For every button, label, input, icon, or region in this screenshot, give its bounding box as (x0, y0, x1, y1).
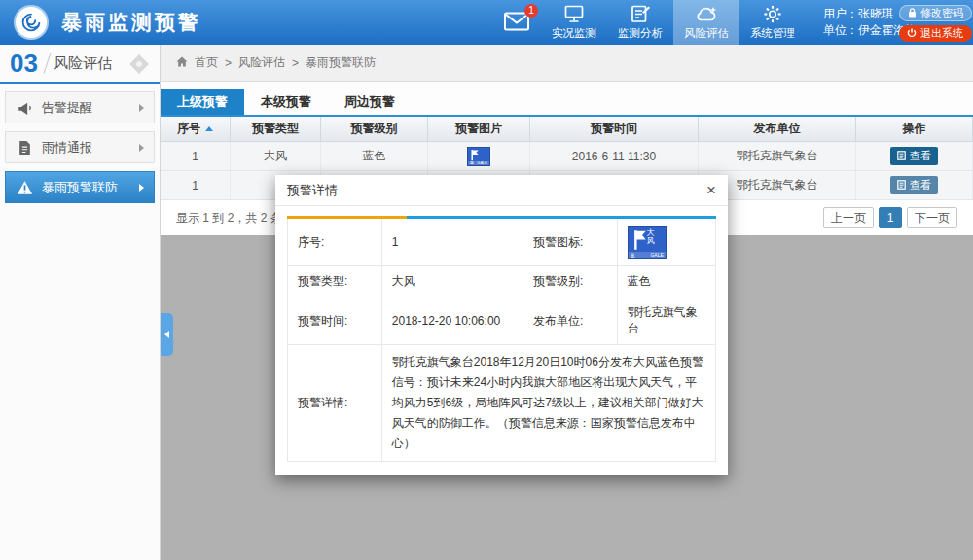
cell-action: 查看 (856, 171, 973, 199)
close-icon[interactable]: × (706, 182, 716, 198)
column-header-action[interactable]: 操作 (856, 117, 973, 141)
page-title: 暴雨监测预警 (61, 9, 201, 36)
sort-asc-icon (205, 126, 213, 131)
module-title: 风险评估 (54, 54, 112, 73)
power-icon (907, 28, 917, 40)
column-header-seq[interactable]: 序号 (161, 117, 231, 141)
field-label-type: 预警类型: (288, 266, 382, 298)
column-header-time[interactable]: 预警时间 (530, 117, 699, 141)
weather-bureau-logo-icon (14, 5, 49, 40)
column-header-unit[interactable]: 发布单位 (699, 117, 856, 141)
column-header-type[interactable]: 预警类型 (231, 117, 321, 141)
warning-triangle-icon (16, 179, 33, 196)
tab-surrounding-warning[interactable]: 周边预警 (328, 89, 412, 115)
sidebar-item-alert-reminder[interactable]: 告警提醒 (5, 91, 155, 123)
sidebar-item-rainstorm-warning-defense[interactable]: 暴雨预警联防 (5, 171, 155, 203)
mail-badge: 1 (524, 4, 538, 18)
sidebar-item-label: 暴雨预警联防 (42, 179, 118, 196)
nav-label: 风险评估 (684, 26, 729, 41)
nav-label: 系统管理 (750, 26, 795, 41)
field-value-type: 大风 (381, 266, 523, 298)
breadcrumb-separator: > (225, 56, 232, 70)
warning-detail-table: 序号: 1 预警图标: 大风 蓝GALE (287, 219, 716, 462)
tab-local-warning[interactable]: 本级预警 (244, 89, 328, 115)
field-label-detail: 预警详情: (288, 345, 382, 462)
cell-level: 蓝色 (321, 142, 428, 170)
breadcrumb: 首页 > 风险评估 > 暴雨预警联防 (161, 45, 973, 82)
column-header-level[interactable]: 预警级别 (321, 117, 428, 141)
nav-item-monitoring-analysis[interactable]: 监测分析 (607, 0, 673, 45)
field-label-unit: 发布单位: (523, 298, 617, 345)
warning-detail-modal: 预警详情 × 序号: 1 预警图标: 大 (275, 175, 728, 475)
field-value-level: 蓝色 (617, 266, 715, 298)
tab-superior-warning[interactable]: 上级预警 (161, 89, 244, 115)
home-icon (176, 56, 188, 70)
field-label-level: 预警级别: (523, 266, 617, 298)
cell-seq: 1 (161, 142, 231, 170)
view-button[interactable]: 查看 (890, 176, 938, 194)
monitor-icon (563, 4, 585, 24)
logout-button[interactable]: 退出系统 (899, 25, 972, 42)
megaphone-icon (16, 99, 33, 117)
field-value-unit: 鄂托克旗气象台 (617, 298, 715, 345)
breadcrumb-risk-assessment[interactable]: 风险评估 (238, 54, 285, 71)
sidebar-item-label: 告警提醒 (42, 99, 92, 117)
lock-icon (908, 8, 917, 19)
nav-item-risk-assessment[interactable]: 风险评估 (673, 0, 739, 45)
document-icon (16, 139, 33, 157)
table-header-row: 序号 预警类型 预警级别 预警图片 预警时间 发布单位 操作 (161, 117, 973, 142)
decorative-diamond-icon (129, 54, 149, 74)
header-buttons: 修改密码 退出系统 (899, 5, 972, 42)
field-value-seq: 1 (381, 219, 523, 266)
gale-blue-warning-icon: 大风 蓝GALE (628, 226, 667, 259)
chevron-right-icon (139, 184, 144, 192)
chevron-right-icon (139, 144, 144, 152)
cloud-icon (695, 4, 718, 24)
breadcrumb-separator: > (292, 56, 299, 70)
field-value-icon: 大风 蓝GALE (617, 219, 715, 266)
gale-blue-warning-icon: 蓝GALE (467, 147, 490, 166)
accent-bar (287, 216, 716, 219)
field-value-detail: 鄂托克旗气象台2018年12月20日10时06分发布大风蓝色预警信号：预计未来2… (381, 345, 715, 462)
field-value-time: 2018-12-20 10:06:00 (381, 298, 523, 345)
mail-button[interactable]: 1 (504, 12, 531, 33)
sidebar-item-label: 雨情通报 (42, 139, 92, 157)
field-label-time: 预警时间: (288, 298, 382, 345)
cell-action: 查看 (856, 142, 973, 170)
sidebar: 03 风险评估 告警提醒 雨情通报 (0, 45, 161, 560)
nav-item-system-management[interactable]: 系统管理 (739, 0, 806, 45)
cell-seq: 1 (161, 171, 231, 199)
chevron-left-icon (164, 331, 169, 338)
app-header: 暴雨监测预警 1 实况监测 (0, 0, 973, 45)
prev-page-button[interactable]: 上一页 (823, 207, 874, 228)
cell-image: 蓝GALE (428, 142, 530, 170)
nav-item-realtime-monitoring[interactable]: 实况监测 (541, 0, 607, 45)
modal-header: 预警详情 × (275, 175, 728, 206)
gear-icon (762, 4, 783, 24)
nav-label: 监测分析 (618, 26, 663, 41)
warning-tabs: 上级预警 本级预警 周边预警 (161, 82, 973, 117)
view-doc-icon (897, 151, 906, 162)
record-count-summary: 显示 1 到 2，共 2 条 (176, 210, 282, 227)
view-doc-icon (897, 180, 906, 192)
app-root: 暴雨监测预警 1 实况监测 (0, 0, 973, 560)
modal-title: 预警详情 (287, 182, 338, 199)
next-page-button[interactable]: 下一页 (907, 207, 957, 228)
cell-time: 2016-6-11 11:30 (530, 142, 699, 170)
table-row: 1 大风 蓝色 蓝GALE 2016-6-11 11:30 鄂托克旗气象台 (161, 142, 973, 171)
sidebar-header: 03 风险评估 (0, 45, 160, 84)
field-label-seq: 序号: (288, 219, 382, 266)
page-number-button[interactable]: 1 (879, 207, 902, 228)
module-number: 03 (10, 49, 38, 79)
sidebar-collapse-handle[interactable] (161, 313, 173, 356)
breadcrumb-home[interactable]: 首页 (195, 54, 218, 71)
view-button[interactable]: 查看 (890, 147, 938, 165)
change-password-button[interactable]: 修改密码 (899, 5, 972, 21)
top-navigation: 实况监测 监测分析 风 (541, 0, 806, 45)
field-label-icon: 预警图标: (523, 219, 617, 266)
nav-label: 实况监测 (552, 26, 596, 41)
report-icon (630, 4, 651, 24)
sidebar-item-rain-report[interactable]: 雨情通报 (5, 131, 155, 163)
chevron-right-icon (139, 104, 144, 112)
column-header-image[interactable]: 预警图片 (428, 117, 530, 141)
